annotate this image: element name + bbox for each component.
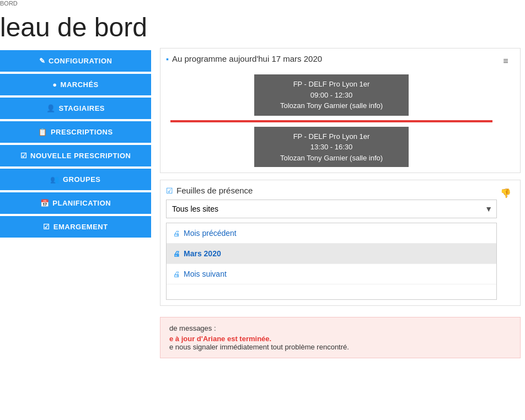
schedule-event-0: FP - DELF Pro Lyon 1er09:00 - 12:30Toloz… (254, 74, 409, 116)
sidebar-btn-emargement[interactable]: ☑EMARGEMENT (0, 216, 151, 238)
schedule-event-1: FP - DELF Pro Lyon 1er13:30 - 16:30Toloz… (254, 127, 409, 168)
sidebar-icon-emargement: ☑ (43, 223, 50, 231)
schedule-card-title: Au programme aujourd'hui 17 mars 2020 (172, 54, 322, 63)
sidebar-icon-configuration: ✎ (39, 57, 46, 65)
sidebar-label-stagiaires: STAGIAIRES (59, 104, 105, 112)
schedule-card-icon: ▪ (166, 55, 169, 63)
schedule-scroll[interactable]: FP - DELF Pro Lyon 1er09:00 - 12:30Toloz… (166, 68, 497, 167)
message-body: e nous signaler immédiatement tout probl… (169, 343, 511, 351)
sidebar-label-marches: MARCHÉS (61, 80, 99, 89)
presence-item-mois-precedent[interactable]: 🖨Mois précédent (167, 223, 496, 244)
presence-list: 🖨Mois précédent🖨Mars 2020🖨Mois suivant (166, 223, 497, 300)
sidebar-btn-groupes[interactable]: 👥GROUPES (0, 169, 151, 190)
sidebar-label-planification: PLANIFICATION (52, 199, 111, 207)
presence-card-title: Feuilles de présence (176, 186, 253, 195)
schedule-card: ▪ Au programme aujourd'hui 17 mars 2020 … (160, 48, 521, 173)
sidebar-btn-prescriptions[interactable]: 📋PRESCRIPTIONS (0, 121, 151, 143)
sidebar-btn-marches[interactable]: ●MARCHÉS (0, 74, 151, 95)
sidebar-btn-stagiaires[interactable]: 👤STAGIAIRES (0, 98, 151, 119)
sidebar-icon-groupes: 👥 (50, 175, 60, 184)
presence-item-icon-mois-suivant: 🖨 (173, 270, 180, 278)
sidebar-label-configuration: CONFIGURATION (49, 57, 112, 65)
sidebar-icon-nouvelle-prescription: ☑ (20, 152, 28, 160)
message-area: de messages : e à jour d'Ariane est term… (160, 317, 521, 358)
presence-item-mois-suivant[interactable]: 🖨Mois suivant (167, 264, 496, 284)
message-prefix: de messages : (169, 324, 511, 332)
content-area: ▪ Au programme aujourd'hui 17 mars 2020 … (156, 48, 525, 358)
presence-item-mars-2020[interactable]: 🖨Mars 2020 (167, 244, 496, 264)
sidebar-label-emargement: EMARGEMENT (53, 223, 108, 231)
sidebar-icon-prescriptions: 📋 (38, 128, 47, 136)
presence-item-icon-mois-precedent: 🖨 (173, 229, 180, 238)
presence-card-icon: ☑ (166, 186, 173, 195)
site-select[interactable]: Tous les sitesSite 1Site 2 (166, 200, 497, 218)
site-select-wrapper: Tous les sitesSite 1Site 2 ▼ (166, 200, 497, 218)
presence-item-icon-mars-2020: 🖨 (173, 250, 180, 258)
sidebar-label-nouvelle-prescription: NOUVELLE PRESCRIPTION (30, 152, 131, 160)
schedule-menu-icon[interactable]: ≡ (503, 56, 508, 66)
sidebar-btn-configuration[interactable]: ✎CONFIGURATION (0, 50, 151, 72)
breadcrumb: BORD (0, 0, 525, 7)
sidebar-btn-nouvelle-prescription[interactable]: ☑NOUVELLE PRESCRIPTION (0, 145, 151, 166)
sidebar-label-groupes: GROUPES (63, 175, 101, 184)
sidebar-btn-planification[interactable]: 📅PLANIFICATION (0, 192, 151, 214)
presence-card: ☑ Feuilles de présence Tous les sitesSit… (160, 180, 521, 306)
page-title: leau de bord (0, 7, 525, 48)
presence-item-label-mars-2020: Mars 2020 (184, 249, 221, 258)
sidebar-icon-planification: 📅 (40, 199, 50, 207)
message-highlight: e à jour d'Ariane est terminée. (169, 335, 511, 343)
presence-item-label-mois-suivant: Mois suivant (184, 270, 227, 278)
sidebar: ✎CONFIGURATION●MARCHÉS👤STAGIAIRES📋PRESCR… (0, 50, 156, 238)
time-indicator-bar (170, 120, 492, 122)
sidebar-icon-marches: ● (52, 80, 57, 89)
presence-menu-icon[interactable]: 👎 (500, 188, 511, 198)
sidebar-icon-stagiaires: 👤 (46, 104, 56, 112)
presence-item-label-mois-precedent: Mois précédent (184, 229, 237, 238)
sidebar-label-prescriptions: PRESCRIPTIONS (51, 128, 113, 136)
